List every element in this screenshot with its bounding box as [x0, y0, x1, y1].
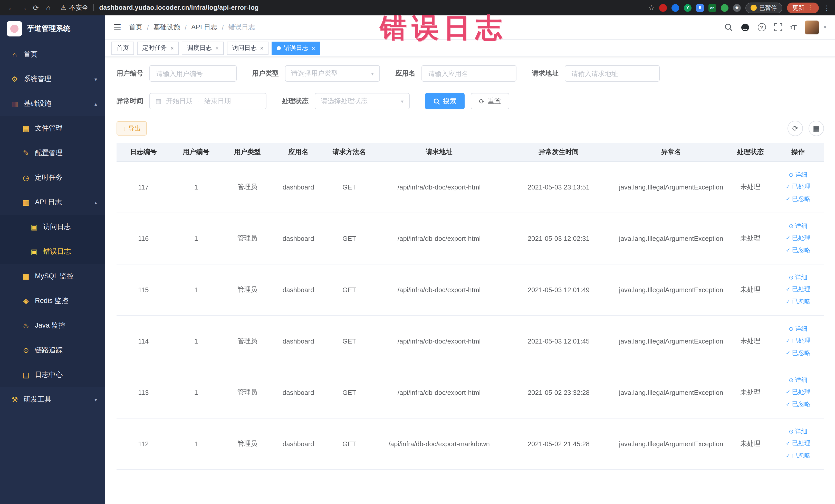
reload-icon[interactable]: ⟳: [30, 4, 42, 12]
close-icon[interactable]: ×: [170, 45, 174, 51]
detail-link[interactable]: ⊙详细: [775, 220, 821, 233]
extension-icon-blue-drop[interactable]: [672, 4, 679, 12]
filter-request-url: 请求地址: [532, 65, 660, 82]
user-id-input[interactable]: [149, 65, 237, 82]
user-type-select[interactable]: 请选择用户类型 ▾: [285, 65, 380, 82]
date-range-picker[interactable]: ▦ 开始日期 - 结束日期: [149, 93, 266, 109]
sidebar-item-access-log[interactable]: ▣ 访问日志: [0, 215, 105, 239]
cell-time: 2021-05-03 12:01:49: [503, 264, 614, 315]
close-icon[interactable]: ×: [312, 45, 315, 51]
sidebar-item-file-management[interactable]: ▤ 文件管理: [0, 116, 105, 141]
close-icon[interactable]: ×: [216, 45, 219, 51]
extension-icon-green-leaf[interactable]: [721, 4, 729, 12]
sidebar-item-config-management[interactable]: ✎ 配置管理: [0, 141, 105, 165]
paused-badge[interactable]: 已暂停: [746, 2, 782, 13]
sidebar-item-dev-tools[interactable]: ⚒ 研发工具 ▾: [0, 387, 105, 412]
user-avatar[interactable]: [805, 20, 819, 34]
sidebar-item-redis-monitor[interactable]: ◈ Redis 监控: [0, 288, 105, 313]
cell-user-id: 1: [170, 418, 222, 469]
sidebar-item-infrastructure[interactable]: ▦ 基础设施 ▴: [0, 92, 105, 116]
status-select[interactable]: 请选择处理状态 ▾: [315, 93, 410, 109]
refresh-button[interactable]: ⟳: [788, 121, 803, 136]
ignored-link[interactable]: ✓已忽略: [775, 398, 821, 410]
ignored-link[interactable]: ✓已忽略: [775, 449, 821, 462]
screen: ← → ⟳ ⌂ ⚠ 不安全 dashboard.yudao.iocoder.cn…: [0, 0, 835, 504]
app-logo[interactable]: 芋道管理系统: [0, 15, 105, 42]
sidebar-item-java-monitor[interactable]: ♨ Java 监控: [0, 313, 105, 338]
bookmark-star-icon[interactable]: ☆: [648, 4, 655, 12]
extension-icon-on-badge[interactable]: on: [709, 4, 716, 12]
filter-user-id: 用户编号: [117, 65, 237, 82]
warning-icon: ⚠: [61, 4, 66, 11]
url-bar[interactable]: dashboard.yudao.iocoder.cn/infra/log/api…: [99, 4, 259, 11]
extension-icon-blue-grid[interactable]: ⠿: [696, 4, 704, 12]
ignored-link[interactable]: ✓已忽略: [775, 193, 821, 205]
processed-link[interactable]: ✓已处理: [775, 181, 821, 193]
fullscreen-icon[interactable]: [774, 23, 782, 31]
github-icon[interactable]: [740, 23, 749, 32]
detail-link[interactable]: ⊙详细: [775, 169, 821, 181]
cell-method: GET: [324, 315, 374, 367]
breadcrumb-separator: /: [185, 23, 187, 31]
breadcrumb-api-logs[interactable]: API 日志: [191, 23, 217, 32]
tab-home[interactable]: 首页: [111, 41, 134, 55]
avatar-caret-icon[interactable]: ▼: [823, 25, 827, 29]
detail-link[interactable]: ⊙详细: [775, 426, 821, 438]
tab-error-log[interactable]: 错误日志 ×: [272, 41, 320, 55]
breadcrumb-infrastructure[interactable]: 基础设施: [154, 23, 180, 32]
forward-icon[interactable]: →: [18, 4, 30, 12]
sidebar-item-api-logs[interactable]: ▥ API 日志 ▴: [0, 190, 105, 215]
detail-link[interactable]: ⊙详细: [775, 271, 821, 284]
cell-status: 未处理: [729, 264, 772, 315]
search-button[interactable]: 搜索: [425, 93, 465, 109]
cell-status: 未处理: [729, 418, 772, 469]
detail-link[interactable]: ⊙详细: [775, 323, 821, 335]
processed-link[interactable]: ✓已处理: [775, 386, 821, 399]
processed-link[interactable]: ✓已处理: [775, 335, 821, 347]
request-url-input[interactable]: [565, 65, 660, 82]
sidebar-item-scheduled-tasks[interactable]: ◷ 定时任务: [0, 165, 105, 190]
security-indicator[interactable]: ⚠ 不安全: [61, 3, 88, 12]
col-request-url: 请求地址: [375, 143, 504, 161]
sidebar-item-system-management[interactable]: ⚙ 系统管理 ▾: [0, 67, 105, 92]
tab-access-log[interactable]: 访问日志 ×: [227, 41, 269, 55]
sidebar-item-tracing[interactable]: ⊙ 链路追踪: [0, 338, 105, 363]
processed-link[interactable]: ✓已处理: [775, 438, 821, 450]
filter-row-2: 异常时间 ▦ 开始日期 - 结束日期 处理状态 请选择处理状态 ▾: [117, 93, 824, 109]
app-name-input[interactable]: [422, 65, 516, 82]
breadcrumb-home[interactable]: 首页: [129, 23, 142, 32]
close-icon[interactable]: ×: [260, 45, 264, 51]
extension-icon-green-y[interactable]: Y: [684, 4, 692, 12]
extension-icon-red[interactable]: [659, 4, 667, 12]
sidebar-item-error-log[interactable]: ▣ 错误日志: [0, 239, 105, 264]
tab-scheduled-tasks[interactable]: 定时任务 ×: [137, 41, 179, 55]
cell-user-type: 管理员: [222, 367, 273, 418]
help-icon[interactable]: ?: [757, 23, 766, 31]
detail-link[interactable]: ⊙详细: [775, 374, 821, 386]
col-method: 请求方法名: [324, 143, 374, 161]
extensions-puzzle-icon[interactable]: ❖: [733, 4, 741, 12]
reset-button[interactable]: ⟳ 重置: [471, 93, 509, 109]
search-icon[interactable]: [724, 23, 732, 31]
sidebar-item-home[interactable]: ⌂ 首页: [0, 42, 105, 67]
check-icon: ✓: [786, 184, 790, 190]
sidebar-item-mysql-monitor[interactable]: ▦ MySQL 监控: [0, 264, 105, 288]
tab-schedule-log[interactable]: 调度日志 ×: [182, 41, 224, 55]
processed-link[interactable]: ✓已处理: [775, 233, 821, 244]
sidebar-item-log-center[interactable]: ▤ 日志中心: [0, 363, 105, 387]
export-button[interactable]: ↓ 导出: [117, 121, 147, 136]
hamburger-icon[interactable]: ☰: [114, 22, 121, 33]
home-icon[interactable]: ⌂: [42, 4, 55, 12]
ignored-link[interactable]: ✓已忽略: [775, 296, 821, 308]
check-icon: ✓: [786, 452, 790, 458]
column-settings-button[interactable]: ▦: [809, 121, 824, 136]
update-button[interactable]: 更新 ⋮: [787, 2, 819, 13]
browser-menu-icon[interactable]: ⋮: [823, 4, 830, 12]
cell-status: 未处理: [729, 213, 772, 264]
cell-request-url: /api/infra/db-doc/export-html: [375, 264, 504, 315]
back-icon[interactable]: ←: [5, 4, 18, 12]
font-size-icon[interactable]: tT: [790, 23, 797, 32]
processed-link[interactable]: ✓已处理: [775, 284, 821, 296]
ignored-link[interactable]: ✓已忽略: [775, 244, 821, 256]
ignored-link[interactable]: ✓已忽略: [775, 347, 821, 359]
